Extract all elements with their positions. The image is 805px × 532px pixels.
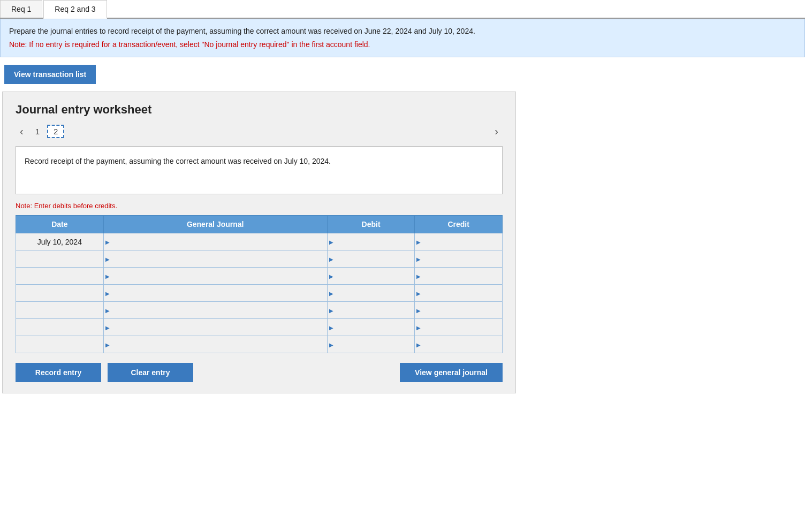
clear-entry-button[interactable]: Clear entry — [108, 363, 193, 382]
credit-cell-2[interactable] — [415, 268, 503, 285]
debit-cell-0[interactable] — [327, 233, 415, 250]
table-row — [16, 336, 503, 353]
table-row — [16, 302, 503, 319]
gj-input-1[interactable] — [104, 250, 327, 267]
info-box: Prepare the journal entries to record re… — [0, 19, 805, 57]
credit-input-2[interactable] — [415, 268, 502, 284]
record-entry-button[interactable]: Record entry — [16, 363, 101, 382]
table-row — [16, 319, 503, 336]
nav-row: ‹ 1 2 › — [16, 124, 503, 139]
view-transaction-button[interactable]: View transaction list — [4, 65, 96, 84]
credit-input-1[interactable] — [415, 250, 502, 267]
gj-input-4[interactable] — [104, 302, 327, 318]
credit-cell-4[interactable] — [415, 302, 503, 319]
prev-page-button[interactable]: ‹ — [16, 124, 28, 139]
buttons-row: Record entry Clear entry View general jo… — [16, 363, 503, 382]
gj-cell-4[interactable] — [103, 302, 327, 319]
debit-cell-4[interactable] — [327, 302, 415, 319]
credit-cell-5[interactable] — [415, 319, 503, 336]
debit-input-0[interactable] — [328, 233, 415, 250]
gj-input-6[interactable] — [104, 336, 327, 353]
page-1-button[interactable]: 1 — [33, 126, 42, 137]
gj-cell-5[interactable] — [103, 319, 327, 336]
description-box: Record receipt of the payment, assuming … — [16, 146, 503, 194]
col-header-credit: Credit — [415, 216, 503, 233]
date-cell-5 — [16, 319, 104, 336]
date-cell-3 — [16, 285, 104, 302]
page-2-button[interactable]: 2 — [47, 125, 64, 138]
note-debits-credits: Note: Enter debits before credits. — [16, 202, 503, 210]
gj-cell-1[interactable] — [103, 250, 327, 268]
debit-input-4[interactable] — [328, 302, 415, 318]
gj-cell-3[interactable] — [103, 285, 327, 302]
gj-cell-6[interactable] — [103, 336, 327, 353]
gj-cell-2[interactable] — [103, 268, 327, 285]
nav-left: ‹ 1 2 — [16, 124, 64, 139]
credit-input-5[interactable] — [415, 319, 502, 336]
table-row — [16, 250, 503, 268]
gj-input-0[interactable] — [104, 233, 327, 250]
debit-input-2[interactable] — [328, 268, 415, 284]
debit-input-3[interactable] — [328, 285, 415, 301]
date-cell-0: July 10, 2024 — [16, 233, 104, 250]
table-row — [16, 268, 503, 285]
date-cell-2 — [16, 268, 104, 285]
credit-input-0[interactable] — [415, 233, 502, 250]
worksheet-container: Journal entry worksheet ‹ 1 2 › Record r… — [2, 92, 516, 393]
date-cell-6 — [16, 336, 104, 353]
credit-input-3[interactable] — [415, 285, 502, 301]
debit-input-5[interactable] — [328, 319, 415, 336]
tabs-container: Req 1 Req 2 and 3 — [0, 0, 805, 19]
gj-cell-0[interactable] — [103, 233, 327, 250]
credit-cell-0[interactable] — [415, 233, 503, 250]
info-main-text: Prepare the journal entries to record re… — [9, 26, 796, 37]
debit-input-1[interactable] — [328, 250, 415, 267]
table-row — [16, 285, 503, 302]
date-cell-4 — [16, 302, 104, 319]
debit-cell-6[interactable] — [327, 336, 415, 353]
gj-input-2[interactable] — [104, 268, 327, 284]
credit-input-6[interactable] — [415, 336, 502, 353]
gj-input-5[interactable] — [104, 319, 327, 336]
debit-input-6[interactable] — [328, 336, 415, 353]
credit-cell-1[interactable] — [415, 250, 503, 268]
view-general-journal-button[interactable]: View general journal — [400, 363, 503, 382]
info-note-text: Note: If no entry is required for a tran… — [9, 39, 796, 50]
worksheet-title: Journal entry worksheet — [16, 103, 503, 117]
credit-cell-6[interactable] — [415, 336, 503, 353]
col-header-gj: General Journal — [103, 216, 327, 233]
tab-req1[interactable]: Req 1 — [0, 0, 42, 18]
tab-req23[interactable]: Req 2 and 3 — [43, 0, 107, 19]
journal-table: Date General Journal Debit Credit July 1… — [16, 215, 503, 353]
col-header-date: Date — [16, 216, 104, 233]
debit-cell-1[interactable] — [327, 250, 415, 268]
credit-cell-3[interactable] — [415, 285, 503, 302]
col-header-debit: Debit — [327, 216, 415, 233]
gj-input-3[interactable] — [104, 285, 327, 301]
debit-cell-5[interactable] — [327, 319, 415, 336]
credit-input-4[interactable] — [415, 302, 502, 318]
date-cell-1 — [16, 250, 104, 268]
debit-cell-3[interactable] — [327, 285, 415, 302]
debit-cell-2[interactable] — [327, 268, 415, 285]
next-page-button[interactable]: › — [490, 124, 503, 139]
table-row: July 10, 2024 — [16, 233, 503, 250]
